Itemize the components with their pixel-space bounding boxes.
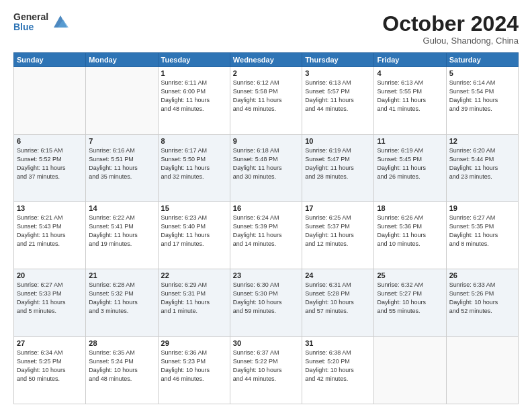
day-number: 18 bbox=[377, 204, 443, 212]
calendar-cell: 29Sunrise: 6:36 AM Sunset: 5:23 PM Dayli… bbox=[158, 336, 230, 404]
calendar-cell: 5Sunrise: 6:14 AM Sunset: 5:54 PM Daylig… bbox=[446, 67, 518, 134]
day-number: 20 bbox=[17, 271, 83, 279]
calendar-cell: 17Sunrise: 6:25 AM Sunset: 5:37 PM Dayli… bbox=[302, 201, 374, 269]
logo-general: General bbox=[13, 12, 48, 22]
month-title: October 2024 bbox=[382, 12, 519, 36]
calendar-cell: 9Sunrise: 6:18 AM Sunset: 5:48 PM Daylig… bbox=[230, 134, 302, 201]
day-number: 11 bbox=[377, 137, 443, 145]
day-number: 29 bbox=[161, 339, 227, 347]
logo-icon bbox=[51, 13, 70, 32]
day-number: 16 bbox=[233, 204, 299, 212]
day-number: 19 bbox=[449, 204, 515, 212]
calendar-cell: 16Sunrise: 6:24 AM Sunset: 5:39 PM Dayli… bbox=[230, 201, 302, 269]
day-info: Sunrise: 6:31 AM Sunset: 5:28 PM Dayligh… bbox=[305, 281, 371, 316]
header: General Blue October 2024 Gulou, Shandon… bbox=[13, 12, 519, 46]
calendar-cell: 10Sunrise: 6:19 AM Sunset: 5:47 PM Dayli… bbox=[302, 134, 374, 201]
calendar-cell: 20Sunrise: 6:27 AM Sunset: 5:33 PM Dayli… bbox=[14, 269, 86, 336]
day-number: 27 bbox=[17, 339, 83, 347]
calendar-header-friday: Friday bbox=[374, 53, 446, 67]
day-info: Sunrise: 6:12 AM Sunset: 5:58 PM Dayligh… bbox=[233, 79, 299, 113]
calendar-cell: 7Sunrise: 6:16 AM Sunset: 5:51 PM Daylig… bbox=[86, 134, 158, 201]
day-info: Sunrise: 6:20 AM Sunset: 5:44 PM Dayligh… bbox=[449, 146, 515, 181]
day-info: Sunrise: 6:33 AM Sunset: 5:26 PM Dayligh… bbox=[449, 281, 515, 316]
day-info: Sunrise: 6:22 AM Sunset: 5:41 PM Dayligh… bbox=[89, 214, 154, 248]
day-number: 31 bbox=[305, 339, 371, 347]
calendar-cell bbox=[374, 336, 446, 404]
day-info: Sunrise: 6:38 AM Sunset: 5:20 PM Dayligh… bbox=[305, 349, 371, 383]
day-info: Sunrise: 6:13 AM Sunset: 5:55 PM Dayligh… bbox=[377, 79, 443, 113]
day-info: Sunrise: 6:23 AM Sunset: 5:40 PM Dayligh… bbox=[161, 214, 227, 248]
day-number: 4 bbox=[377, 69, 443, 77]
day-number: 1 bbox=[161, 69, 227, 77]
day-info: Sunrise: 6:34 AM Sunset: 5:25 PM Dayligh… bbox=[17, 349, 83, 383]
day-info: Sunrise: 6:17 AM Sunset: 5:50 PM Dayligh… bbox=[161, 146, 227, 181]
calendar-header-saturday: Saturday bbox=[446, 53, 518, 67]
day-number: 9 bbox=[233, 137, 299, 145]
day-info: Sunrise: 6:25 AM Sunset: 5:37 PM Dayligh… bbox=[305, 214, 371, 248]
day-info: Sunrise: 6:11 AM Sunset: 6:00 PM Dayligh… bbox=[161, 79, 227, 113]
day-number: 12 bbox=[449, 137, 515, 145]
day-info: Sunrise: 6:32 AM Sunset: 5:27 PM Dayligh… bbox=[377, 281, 443, 316]
day-number: 21 bbox=[89, 271, 154, 279]
day-number: 30 bbox=[233, 339, 299, 347]
calendar-cell: 21Sunrise: 6:28 AM Sunset: 5:32 PM Dayli… bbox=[86, 269, 158, 336]
calendar-cell bbox=[14, 67, 86, 134]
day-number: 24 bbox=[305, 271, 371, 279]
day-info: Sunrise: 6:18 AM Sunset: 5:48 PM Dayligh… bbox=[233, 146, 299, 181]
subtitle: Gulou, Shandong, China bbox=[382, 36, 519, 46]
day-info: Sunrise: 6:27 AM Sunset: 5:35 PM Dayligh… bbox=[449, 214, 515, 248]
calendar-week-row: 20Sunrise: 6:27 AM Sunset: 5:33 PM Dayli… bbox=[14, 269, 519, 336]
calendar-table: SundayMondayTuesdayWednesdayThursdayFrid… bbox=[13, 52, 519, 404]
day-info: Sunrise: 6:15 AM Sunset: 5:52 PM Dayligh… bbox=[17, 146, 83, 181]
day-info: Sunrise: 6:28 AM Sunset: 5:32 PM Dayligh… bbox=[89, 281, 154, 316]
calendar-cell: 3Sunrise: 6:13 AM Sunset: 5:57 PM Daylig… bbox=[302, 67, 374, 134]
title-block: October 2024 Gulou, Shandong, China bbox=[382, 12, 519, 46]
calendar-cell: 22Sunrise: 6:29 AM Sunset: 5:31 PM Dayli… bbox=[158, 269, 230, 336]
day-info: Sunrise: 6:21 AM Sunset: 5:43 PM Dayligh… bbox=[17, 214, 83, 248]
day-number: 3 bbox=[305, 69, 371, 77]
calendar-week-row: 27Sunrise: 6:34 AM Sunset: 5:25 PM Dayli… bbox=[14, 336, 519, 404]
day-number: 13 bbox=[17, 204, 83, 212]
day-info: Sunrise: 6:26 AM Sunset: 5:36 PM Dayligh… bbox=[377, 214, 443, 248]
logo-blue: Blue bbox=[13, 22, 48, 32]
calendar-cell: 8Sunrise: 6:17 AM Sunset: 5:50 PM Daylig… bbox=[158, 134, 230, 201]
calendar-cell: 31Sunrise: 6:38 AM Sunset: 5:20 PM Dayli… bbox=[302, 336, 374, 404]
calendar-cell: 24Sunrise: 6:31 AM Sunset: 5:28 PM Dayli… bbox=[302, 269, 374, 336]
calendar-cell: 15Sunrise: 6:23 AM Sunset: 5:40 PM Dayli… bbox=[158, 201, 230, 269]
calendar-cell: 1Sunrise: 6:11 AM Sunset: 6:00 PM Daylig… bbox=[158, 67, 230, 134]
calendar-week-row: 1Sunrise: 6:11 AM Sunset: 6:00 PM Daylig… bbox=[14, 67, 519, 134]
day-number: 17 bbox=[305, 204, 371, 212]
day-number: 26 bbox=[449, 271, 515, 279]
logo: General Blue bbox=[13, 12, 70, 33]
day-info: Sunrise: 6:24 AM Sunset: 5:39 PM Dayligh… bbox=[233, 214, 299, 248]
day-info: Sunrise: 6:36 AM Sunset: 5:23 PM Dayligh… bbox=[161, 349, 227, 383]
calendar-cell: 11Sunrise: 6:19 AM Sunset: 5:45 PM Dayli… bbox=[374, 134, 446, 201]
calendar-cell: 2Sunrise: 6:12 AM Sunset: 5:58 PM Daylig… bbox=[230, 67, 302, 134]
calendar-cell: 13Sunrise: 6:21 AM Sunset: 5:43 PM Dayli… bbox=[14, 201, 86, 269]
day-info: Sunrise: 6:13 AM Sunset: 5:57 PM Dayligh… bbox=[305, 79, 371, 113]
day-number: 5 bbox=[449, 69, 515, 77]
calendar-cell: 26Sunrise: 6:33 AM Sunset: 5:26 PM Dayli… bbox=[446, 269, 518, 336]
calendar-cell: 23Sunrise: 6:30 AM Sunset: 5:30 PM Dayli… bbox=[230, 269, 302, 336]
calendar-header-sunday: Sunday bbox=[14, 53, 86, 67]
day-number: 25 bbox=[377, 271, 443, 279]
day-info: Sunrise: 6:19 AM Sunset: 5:45 PM Dayligh… bbox=[377, 146, 443, 181]
day-info: Sunrise: 6:35 AM Sunset: 5:24 PM Dayligh… bbox=[89, 349, 154, 383]
day-number: 7 bbox=[89, 137, 154, 145]
calendar-week-row: 6Sunrise: 6:15 AM Sunset: 5:52 PM Daylig… bbox=[14, 134, 519, 201]
calendar-cell: 14Sunrise: 6:22 AM Sunset: 5:41 PM Dayli… bbox=[86, 201, 158, 269]
day-info: Sunrise: 6:29 AM Sunset: 5:31 PM Dayligh… bbox=[161, 281, 227, 316]
calendar-cell: 25Sunrise: 6:32 AM Sunset: 5:27 PM Dayli… bbox=[374, 269, 446, 336]
day-number: 14 bbox=[89, 204, 154, 212]
calendar-cell: 30Sunrise: 6:37 AM Sunset: 5:22 PM Dayli… bbox=[230, 336, 302, 404]
calendar-cell: 4Sunrise: 6:13 AM Sunset: 5:55 PM Daylig… bbox=[374, 67, 446, 134]
day-number: 28 bbox=[89, 339, 154, 347]
calendar-cell bbox=[86, 67, 158, 134]
day-number: 2 bbox=[233, 69, 299, 77]
day-info: Sunrise: 6:27 AM Sunset: 5:33 PM Dayligh… bbox=[17, 281, 83, 316]
day-number: 8 bbox=[161, 137, 227, 145]
calendar-cell: 12Sunrise: 6:20 AM Sunset: 5:44 PM Dayli… bbox=[446, 134, 518, 201]
calendar-week-row: 13Sunrise: 6:21 AM Sunset: 5:43 PM Dayli… bbox=[14, 201, 519, 269]
day-info: Sunrise: 6:37 AM Sunset: 5:22 PM Dayligh… bbox=[233, 349, 299, 383]
calendar-cell: 18Sunrise: 6:26 AM Sunset: 5:36 PM Dayli… bbox=[374, 201, 446, 269]
